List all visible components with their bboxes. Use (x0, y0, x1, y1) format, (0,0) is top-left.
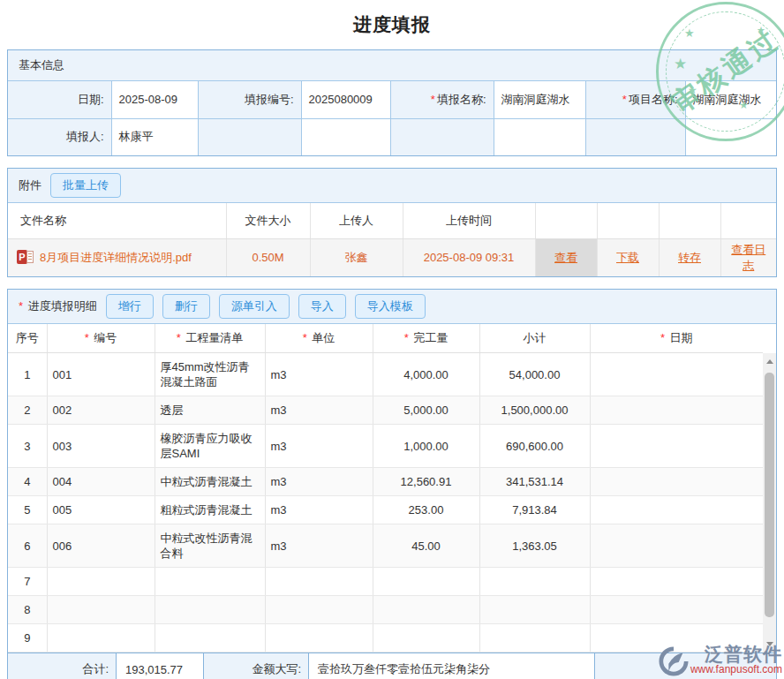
attachment-file-link[interactable]: 8月项目进度详细情况说明.pdf (40, 251, 192, 264)
scroll-up-arrow-icon[interactable] (763, 355, 776, 368)
detail-table: 序号* 编号* 工程量清单* 单位* 完工量小计* 日期 1001厚45mm改性… (8, 324, 763, 653)
detail-cell[interactable]: 透层 (155, 396, 265, 425)
detail-cell[interactable]: 1,000.00 (373, 425, 479, 468)
download-link[interactable]: 下载 (616, 251, 639, 264)
attachment-file-cell: P8月项目进度详细情况说明.pdf (8, 238, 226, 276)
detail-header: * 进度填报明细 增行 删行 源单引入 导入 导入模板 (8, 290, 776, 324)
detail-cell[interactable] (479, 596, 590, 624)
detail-cell[interactable]: m3 (265, 496, 373, 524)
detail-cell[interactable] (47, 568, 155, 596)
detail-cell[interactable] (47, 624, 155, 653)
report-no-label: 填报编号: (198, 81, 301, 118)
detail-cell[interactable]: 001 (47, 353, 155, 396)
reporter-label: 填报人: (8, 118, 111, 155)
delete-row-button[interactable]: 删行 (162, 294, 210, 319)
basic-info-panel: 基本信息 日期: 2025-08-09 填报编号: 2025080009 *填报… (7, 49, 777, 156)
detail-cell[interactable] (479, 568, 590, 596)
detail-cell[interactable]: 341,531.14 (479, 468, 590, 496)
detail-cell[interactable] (155, 596, 265, 624)
detail-cell[interactable]: 7,913.84 (479, 496, 590, 524)
detail-cell[interactable] (265, 568, 373, 596)
view-log-link[interactable]: 查看日志 (731, 243, 765, 272)
detail-cell[interactable]: 5,000.00 (373, 396, 479, 425)
detail-cell[interactable] (373, 568, 479, 596)
batch-upload-button[interactable]: 批量上传 (50, 173, 121, 198)
date-value[interactable]: 2025-08-09 (111, 81, 198, 118)
fanpu-brand-text: 泛普软件 www.fanpusoft.com (690, 645, 782, 675)
source-import-button[interactable]: 源单引入 (219, 294, 290, 319)
detail-cell[interactable]: 253.00 (373, 496, 479, 524)
detail-cell[interactable]: 12,560.91 (373, 468, 479, 496)
import-button[interactable]: 导入 (298, 294, 346, 319)
fanpu-logo-icon (659, 646, 689, 676)
detail-cell[interactable] (265, 596, 373, 624)
detail-cell[interactable] (590, 568, 763, 596)
detail-cell[interactable] (155, 568, 265, 596)
detail-cell[interactable] (265, 624, 373, 653)
vertical-scrollbar[interactable] (763, 353, 776, 653)
detail-cell[interactable] (590, 425, 763, 468)
detail-cell[interactable]: m3 (265, 396, 373, 425)
detail-cell[interactable]: m3 (265, 468, 373, 496)
detail-cell[interactable] (590, 496, 763, 524)
detail-cell[interactable]: 006 (47, 524, 155, 568)
detail-cell[interactable]: 中粒式改性沥青混合料 (155, 524, 265, 568)
detail-cell[interactable] (47, 596, 155, 624)
detail-cell: 5 (8, 496, 47, 524)
report-no-value[interactable]: 2025080009 (301, 81, 390, 118)
detail-row[interactable]: 9 (8, 624, 763, 653)
detail-cell[interactable] (590, 596, 763, 624)
detail-cell: 6 (8, 524, 47, 568)
empty-label-cell (390, 118, 494, 155)
detail-col-header: * 单位 (265, 324, 373, 353)
scroll-thumb[interactable] (765, 373, 774, 618)
detail-cell[interactable] (590, 468, 763, 496)
col-action (720, 203, 776, 238)
detail-cell[interactable] (590, 396, 763, 425)
detail-row[interactable]: 4004中粒式沥青混凝土m312,560.91341,531.14 (8, 468, 763, 496)
view-link[interactable]: 查看 (554, 251, 577, 264)
detail-cell[interactable]: 橡胶沥青应力吸收层SAMI (155, 425, 265, 468)
project-name-value[interactable]: 湖南洞庭湖水 (685, 81, 776, 118)
detail-title-text: 进度填报明细 (28, 299, 97, 313)
required-asterisk: * (303, 331, 311, 344)
attachments-panel: 附件 批量上传 文件名称 文件大小 上传人 上传时间 (7, 168, 777, 277)
report-name-value[interactable]: 湖南洞庭湖水 (494, 81, 585, 118)
detail-cell[interactable]: m3 (265, 353, 373, 396)
detail-cell[interactable]: m3 (265, 425, 373, 468)
detail-row[interactable]: 7 (8, 568, 763, 596)
reporter-value[interactable]: 林康平 (111, 118, 198, 155)
detail-cell[interactable]: 003 (47, 425, 155, 468)
import-template-button[interactable]: 导入模板 (355, 294, 426, 319)
detail-cell[interactable]: 1,363.05 (479, 524, 590, 568)
transfer-link[interactable]: 转存 (678, 251, 701, 264)
detail-row[interactable]: 6006中粒式改性沥青混合料m345.001,363.05 (8, 524, 763, 568)
detail-cell[interactable]: 002 (47, 396, 155, 425)
detail-cell[interactable]: 4,000.00 (373, 353, 479, 396)
basic-info-header: 基本信息 (8, 50, 776, 81)
detail-cell[interactable] (590, 353, 763, 396)
detail-cell[interactable] (373, 596, 479, 624)
detail-cell[interactable]: 厚45mm改性沥青混凝土路面 (155, 353, 265, 396)
detail-cell[interactable] (373, 624, 479, 653)
detail-cell[interactable]: 690,600.00 (479, 425, 590, 468)
detail-cell[interactable]: 1,500,000.00 (479, 396, 590, 425)
detail-cell[interactable] (479, 624, 590, 653)
detail-row[interactable]: 8 (8, 596, 763, 624)
detail-cell[interactable]: 45.00 (373, 524, 479, 568)
detail-row[interactable]: 1001厚45mm改性沥青混凝土路面m34,000.0054,000.00 (8, 353, 763, 396)
detail-cell[interactable] (155, 624, 265, 653)
attachments-head-row: 文件名称 文件大小 上传人 上传时间 (8, 203, 776, 238)
detail-cell[interactable]: 54,000.00 (479, 353, 590, 396)
detail-cell[interactable]: m3 (265, 524, 373, 568)
add-row-button[interactable]: 增行 (106, 294, 154, 319)
detail-cell[interactable]: 004 (47, 468, 155, 496)
detail-row[interactable]: 5005粗粒式沥青混凝土m3253.007,913.84 (8, 496, 763, 524)
detail-cell[interactable]: 中粒式沥青混凝土 (155, 468, 265, 496)
detail-cell[interactable]: 005 (47, 496, 155, 524)
detail-row[interactable]: 3003橡胶沥青应力吸收层SAMIm31,000.00690,600.00 (8, 425, 763, 468)
detail-cell[interactable] (590, 524, 763, 568)
detail-row[interactable]: 2002透层m35,000.001,500,000.00 (8, 396, 763, 425)
required-asterisk: * (19, 299, 23, 313)
detail-cell[interactable]: 粗粒式沥青混凝土 (155, 496, 265, 524)
